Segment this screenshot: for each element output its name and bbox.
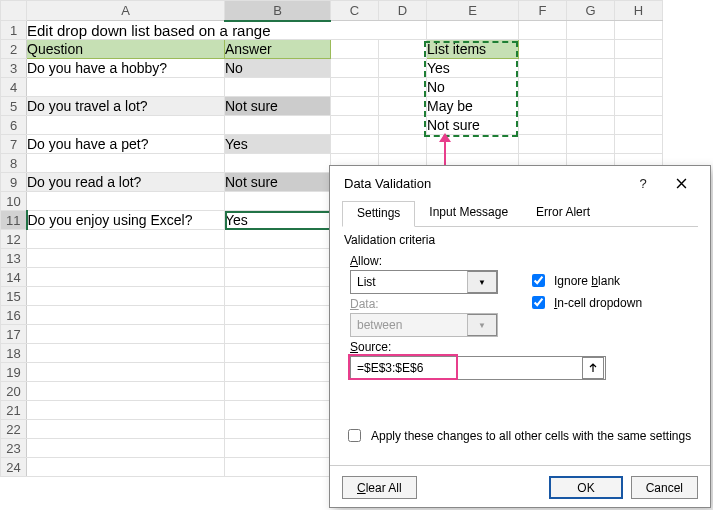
data-label: Data: — [350, 297, 510, 311]
row-hdr-19[interactable]: 19 — [1, 363, 27, 382]
source-input[interactable]: =$E$3:$E$6 — [350, 356, 606, 380]
row-hdr-4[interactable]: 4 — [1, 78, 27, 97]
allow-combo[interactable]: List ▼ — [350, 270, 498, 294]
col-hdr-F[interactable]: F — [519, 1, 567, 21]
header-answer[interactable]: Answer — [225, 40, 331, 59]
row-hdr-16[interactable]: 16 — [1, 306, 27, 325]
range-picker-icon — [587, 362, 599, 374]
cell-B3[interactable]: No — [225, 59, 331, 78]
incell-dropdown-input[interactable] — [532, 296, 545, 309]
row-hdr-18[interactable]: 18 — [1, 344, 27, 363]
cell-A11[interactable]: Do you enjoy using Excel? — [27, 211, 225, 230]
row-hdr-2[interactable]: 2 — [1, 40, 27, 59]
help-button[interactable]: ? — [624, 168, 662, 198]
incell-dropdown-label: In-cell dropdown — [554, 296, 642, 310]
data-combo: between ▼ — [350, 313, 498, 337]
row-hdr-1[interactable]: 1 — [1, 21, 27, 40]
row-hdr-15[interactable]: 15 — [1, 287, 27, 306]
dialog-titlebar[interactable]: Data Validation ? — [330, 166, 710, 200]
row-hdr-3[interactable]: 3 — [1, 59, 27, 78]
source-value: =$E$3:$E$6 — [357, 361, 582, 375]
row-hdr-6[interactable]: 6 — [1, 116, 27, 135]
row-hdr-23[interactable]: 23 — [1, 439, 27, 458]
row-hdr-11[interactable]: 11 — [1, 211, 27, 230]
cell-B9[interactable]: Not sure — [225, 173, 331, 192]
title-cell[interactable]: Edit drop down list based on a range — [27, 21, 427, 40]
col-hdr-B[interactable]: B — [225, 1, 331, 21]
row-hdr-10[interactable]: 10 — [1, 192, 27, 211]
row-hdr-13[interactable]: 13 — [1, 249, 27, 268]
cell-E6[interactable]: Not sure — [427, 116, 519, 135]
ok-button[interactable]: OK — [549, 476, 622, 499]
row-hdr-12[interactable]: 12 — [1, 230, 27, 249]
cell-E4[interactable]: No — [427, 78, 519, 97]
col-hdr-A[interactable]: A — [27, 1, 225, 21]
col-hdr-D[interactable]: D — [379, 1, 427, 21]
clear-all-button[interactable]: Clear All — [342, 476, 417, 499]
dialog-tabs: Settings Input Message Error Alert — [342, 200, 698, 227]
tab-settings[interactable]: Settings — [342, 201, 415, 227]
source-label: Source: — [350, 340, 696, 354]
close-button[interactable] — [662, 168, 700, 198]
tab-input-message[interactable]: Input Message — [415, 201, 522, 227]
row-hdr-22[interactable]: 22 — [1, 420, 27, 439]
close-icon — [676, 178, 687, 189]
validation-criteria-label: Validation criteria — [344, 233, 698, 247]
apply-all-input[interactable] — [348, 429, 361, 442]
col-hdr-H[interactable]: H — [615, 1, 663, 21]
allow-label: Allow: — [350, 254, 510, 268]
cell-A5[interactable]: Do you travel a lot? — [27, 97, 225, 116]
row-hdr-8[interactable]: 8 — [1, 154, 27, 173]
header-question[interactable]: Question — [27, 40, 225, 59]
dialog-title: Data Validation — [344, 176, 624, 191]
chevron-down-icon: ▼ — [467, 314, 497, 336]
cell-A7[interactable]: Do you have a pet? — [27, 135, 225, 154]
ignore-blank-checkbox[interactable]: Ignore blank — [528, 271, 642, 290]
collapse-dialog-button[interactable] — [582, 357, 604, 379]
cancel-button[interactable]: Cancel — [631, 476, 698, 499]
col-hdr-E[interactable]: E — [427, 1, 519, 21]
cell-A9[interactable]: Do you read a lot? — [27, 173, 225, 192]
cell-B7[interactable]: Yes — [225, 135, 331, 154]
apply-all-label: Apply these changes to all other cells w… — [371, 429, 691, 443]
cell-B11-active[interactable]: Yes ▼ — [225, 211, 331, 230]
row-hdr-21[interactable]: 21 — [1, 401, 27, 420]
cell-A3[interactable]: Do you have a hobby? — [27, 59, 225, 78]
cell-B5[interactable]: Not sure — [225, 97, 331, 116]
tab-error-alert[interactable]: Error Alert — [522, 201, 604, 227]
allow-value: List — [351, 275, 467, 289]
cell-B11-value: Yes — [225, 212, 248, 228]
row-hdr-9[interactable]: 9 — [1, 173, 27, 192]
ignore-blank-label: Ignore blank — [554, 274, 620, 288]
row-hdr-17[interactable]: 17 — [1, 325, 27, 344]
col-hdr-G[interactable]: G — [567, 1, 615, 21]
row-hdr-24[interactable]: 24 — [1, 458, 27, 477]
data-value: between — [351, 318, 467, 332]
cell-E3[interactable]: Yes — [427, 59, 519, 78]
col-hdr-C[interactable]: C — [331, 1, 379, 21]
chevron-down-icon: ▼ — [467, 271, 497, 293]
header-list-items[interactable]: List items — [427, 40, 519, 59]
row-hdr-7[interactable]: 7 — [1, 135, 27, 154]
select-all-cell[interactable] — [1, 1, 27, 21]
row-hdr-5[interactable]: 5 — [1, 97, 27, 116]
apply-all-checkbox[interactable]: Apply these changes to all other cells w… — [344, 426, 698, 445]
cell-E5[interactable]: May be — [427, 97, 519, 116]
row-hdr-14[interactable]: 14 — [1, 268, 27, 287]
data-validation-dialog: Data Validation ? Settings Input Message… — [329, 165, 711, 508]
incell-dropdown-checkbox[interactable]: In-cell dropdown — [528, 293, 642, 312]
ignore-blank-input[interactable] — [532, 274, 545, 287]
row-hdr-20[interactable]: 20 — [1, 382, 27, 401]
